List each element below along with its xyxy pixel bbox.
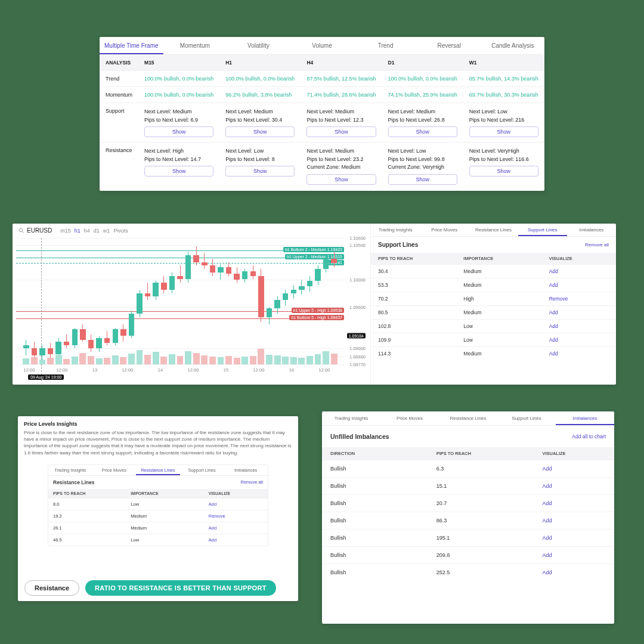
table-row: SupportNext Level: MediumPips to Next Le… <box>100 103 544 143</box>
add-link[interactable]: Add <box>209 537 263 543</box>
show-button[interactable]: Show <box>225 126 295 137</box>
remove-link[interactable]: Remove <box>549 296 609 302</box>
support-table-header: PIPS TO REACHIMPORTANCEVISUALIZE <box>371 253 616 264</box>
table-row: Momentum100.0% bullish, 0.0% bearish96.2… <box>100 87 544 103</box>
caption-bar: Resistance RATIO TO RESISTANCE IS BETTER… <box>21 578 295 598</box>
tab-volume[interactable]: Volume <box>290 37 354 54</box>
tab-price-moves[interactable]: Price Moves <box>92 465 137 475</box>
tab-price-moves[interactable]: Price Moves <box>380 411 439 425</box>
show-button[interactable]: Show <box>144 166 213 177</box>
show-button[interactable]: Show <box>306 126 376 137</box>
remove-link[interactable]: Remove <box>209 513 263 519</box>
table-row: Bullish252.5Add <box>322 564 614 581</box>
svg-point-0 <box>19 228 23 232</box>
add-all-link[interactable]: Add all to chart <box>572 434 606 439</box>
show-button[interactable]: Show <box>388 174 457 185</box>
table-row: Bullish195.1Add <box>322 529 614 546</box>
tab-candle-analysis[interactable]: Candle Analysis <box>481 37 544 54</box>
table-row: Trend100.0% bullish, 0.0% bearish100.0% … <box>100 71 544 87</box>
level-line: h1 Bottom 5 - High 1.09437 <box>16 318 344 319</box>
symbol-label: EURUSD <box>18 227 52 234</box>
add-link[interactable]: Add <box>549 351 609 357</box>
add-link[interactable]: Add <box>549 282 609 288</box>
table-row: 102.8LowAdd <box>371 319 616 333</box>
support-heading: Support Lines Remove all <box>371 237 616 253</box>
tab-support-lines[interactable]: Support Lines <box>497 411 556 425</box>
imbalances-panel: Trading InsightsPrice MovesResistance Li… <box>322 411 614 624</box>
add-link[interactable]: Add <box>542 466 606 472</box>
table-row: ResistanceNext Level: HighPips to Next L… <box>100 143 544 190</box>
timeframe-h1[interactable]: h1 <box>75 228 80 234</box>
imbalance-table-header: DIRECTIONPIPS TO REACHVISUALIZE <box>322 447 614 460</box>
table-row: 80.5MediumAdd <box>371 305 616 319</box>
table-row: 70.2HighRemove <box>371 292 616 305</box>
insights-title: Price Levels Insights <box>18 416 298 429</box>
show-button[interactable]: Show <box>306 174 376 185</box>
tab-momentum[interactable]: Momentum <box>163 37 227 54</box>
add-link[interactable]: Add <box>209 525 263 531</box>
remove-all-link[interactable]: Remove all <box>240 479 263 485</box>
timeframe-d1[interactable]: d1 <box>94 228 100 234</box>
table-row: 109.9LowAdd <box>371 333 616 346</box>
table-row: 53.3MediumAdd <box>371 278 616 292</box>
tab-imbalances[interactable]: Imbalances <box>567 224 616 236</box>
add-link[interactable]: Add <box>542 483 606 489</box>
table-row: Bullish20.7Add <box>322 494 614 512</box>
table-row: Bullish86.3Add <box>322 512 614 529</box>
tab-trading-insights[interactable]: Trading Insights <box>322 411 380 425</box>
tab-support-lines[interactable]: Support Lines <box>180 465 224 475</box>
resistance-table-header: PIPS TO REACHIMPORTANCEVISUALIZE <box>48 489 268 498</box>
table-row: Bullish6.3Add <box>322 460 614 477</box>
show-button[interactable]: Show <box>144 126 213 137</box>
chart-area[interactable]: h1 Upper 2 - Medium 1.10315h1 Bottom 2 -… <box>16 238 367 381</box>
tab-resistance-lines[interactable]: Resistance Lines <box>439 411 497 425</box>
search-icon <box>18 228 24 234</box>
table-row: 26.1MediumAdd <box>48 522 268 534</box>
chart-panel: EURUSD m15h1h4d1w1Pivots h1 Upper 2 - Me… <box>13 224 616 385</box>
tab-imbalances[interactable]: Imbalances <box>224 465 268 475</box>
tab-trend[interactable]: Trend <box>354 37 417 54</box>
tab-support-lines[interactable]: Support Lines <box>518 224 567 236</box>
add-link[interactable]: Add <box>549 323 609 329</box>
tab-imbalances[interactable]: Imbalances <box>556 411 614 425</box>
add-link[interactable]: Add <box>209 501 263 507</box>
ratio-pill: RATIO TO RESISTANCE IS BETTER THAN SUPPO… <box>85 580 276 596</box>
tab-resistance-lines[interactable]: Resistance Lines <box>469 224 518 236</box>
svg-line-1 <box>22 231 24 233</box>
tab-price-moves[interactable]: Price Moves <box>420 224 469 236</box>
add-link[interactable]: Add <box>542 569 606 575</box>
show-button[interactable]: Show <box>388 126 457 137</box>
mtf-tabs: Multiple Time FrameMomentumVolatilityVol… <box>100 37 544 55</box>
add-link[interactable]: Add <box>542 552 606 558</box>
add-link[interactable]: Add <box>549 309 609 315</box>
table-row: Bullish209.8Add <box>322 546 614 564</box>
tab-volatility[interactable]: Volatility <box>227 37 290 54</box>
tab-trading-insights[interactable]: Trading Insights <box>371 224 420 236</box>
timeframe-w1[interactable]: w1 <box>103 228 110 234</box>
timeframe-h4[interactable]: h4 <box>84 228 90 234</box>
show-button[interactable]: Show <box>469 126 538 137</box>
resistance-pill[interactable]: Resistance <box>24 580 79 596</box>
add-link[interactable]: Add <box>549 268 609 274</box>
tab-multiple-time-frame[interactable]: Multiple Time Frame <box>100 37 163 54</box>
tab-resistance-lines[interactable]: Resistance Lines <box>136 465 180 475</box>
table-row: 46.5LowAdd <box>48 534 268 546</box>
add-link[interactable]: Add <box>542 535 606 541</box>
resistance-card: Trading InsightsPrice MovesResistance Li… <box>48 465 268 546</box>
timeframe-Pivots[interactable]: Pivots <box>113 228 128 234</box>
level-line: h1 Upper 5 - High 1.09538 <box>16 311 344 312</box>
show-button[interactable]: Show <box>225 166 295 177</box>
show-button[interactable]: Show <box>469 166 538 177</box>
add-link[interactable]: Add <box>542 500 606 506</box>
resistance-tabs: Trading InsightsPrice MovesResistance Li… <box>48 465 268 476</box>
add-link[interactable]: Add <box>549 337 609 343</box>
tab-reversal[interactable]: Reversal <box>417 37 481 54</box>
timeframe-m15[interactable]: m15 <box>60 228 71 234</box>
remove-all-link[interactable]: Remove all <box>585 242 609 247</box>
table-row: 30.4MediumAdd <box>371 264 616 278</box>
add-link[interactable]: Add <box>542 518 606 524</box>
side-tabs: Trading InsightsPrice MovesResistance Li… <box>371 224 616 237</box>
tab-trading-insights[interactable]: Trading Insights <box>48 465 92 475</box>
table-row: 19.2MediumRemove <box>48 510 268 522</box>
insights-body: Price is close to the next resistance zo… <box>18 429 298 461</box>
